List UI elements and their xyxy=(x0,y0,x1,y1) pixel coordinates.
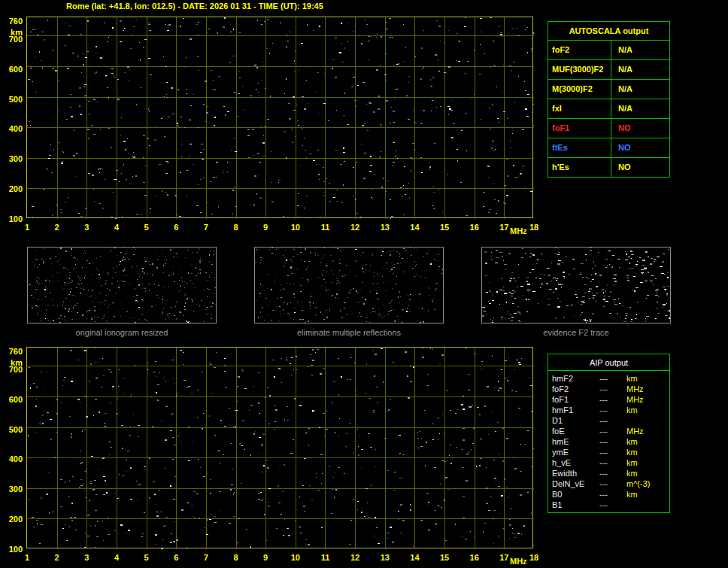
aip-param-unit: MHz xyxy=(626,384,644,394)
ionogram-bottom-x-tick: 5 xyxy=(144,553,149,562)
ionogram-top-x-tick: 7 xyxy=(204,223,208,232)
ionogram-top-x-tick: 13 xyxy=(381,223,390,232)
aip-table-body: hmF2---kmfoF2---MHzfoF1---MHzhmF1---kmD1… xyxy=(548,371,669,512)
thumbnail-2-canvas xyxy=(255,248,443,323)
ionogram-top-x-tick: 3 xyxy=(84,223,89,232)
autoscala-param-value: N/A xyxy=(611,60,632,79)
autoscala-param-label: foF2 xyxy=(548,41,611,59)
aip-param-label: ymE xyxy=(548,447,599,457)
ionogram-bottom-x-tick: 1 xyxy=(25,553,29,562)
ionogram-bottom-y-tick: 300 xyxy=(3,484,23,494)
aip-row: h_vE---km xyxy=(548,457,669,468)
ionogram-top-frame xyxy=(26,17,533,218)
aip-row: foE---MHz xyxy=(548,426,669,436)
ionogram-top-x-tick: 10 xyxy=(291,223,300,232)
ionogram-top-x-tick: 1 xyxy=(25,223,29,232)
aip-row: hmE---km xyxy=(548,436,669,447)
aip-param-value: --- xyxy=(599,384,626,394)
ionogram-bottom-y-tick: 200 xyxy=(3,515,23,524)
station-title: Rome (lat: +41.8, lon: 012.5) - DATE: 20… xyxy=(66,2,323,11)
ionogram-top-y-tick: 500 xyxy=(3,95,23,104)
ionogram-bottom-x-tick: 14 xyxy=(410,553,419,562)
aip-row: foF1---MHz xyxy=(548,394,669,405)
aip-param-label: DelN_vE xyxy=(548,478,599,489)
aip-param-value: --- xyxy=(599,478,626,489)
ionogram-top-y-tick: 300 xyxy=(3,154,23,163)
ionogram-top-x-tick: 18 xyxy=(529,223,538,232)
ionogram-top-x-tick: 16 xyxy=(470,223,479,232)
aip-param-value: --- xyxy=(599,373,626,384)
ionogram-bottom-y-tick: 600 xyxy=(3,395,23,404)
autoscala-row: foF2N/A xyxy=(548,41,669,60)
aip-param-label: hmE xyxy=(548,436,599,447)
aip-param-unit: MHz xyxy=(626,394,644,405)
autoscala-output-table: AUTOSCALA outputfoF2N/AMUF(3000)F2N/AM(3… xyxy=(548,21,670,178)
ionogram-bottom-y-tick: 100 xyxy=(3,545,23,554)
ionogram-bottom-x-tick: 2 xyxy=(55,553,59,562)
ionogram-top-x-tick: 11 xyxy=(321,223,330,232)
ionogram-top-x-tick: 17 xyxy=(499,223,508,232)
ionogram-bottom-frame xyxy=(26,347,533,548)
ionogram-bottom-y-unit-label: km xyxy=(3,358,23,367)
aip-param-label: D1 xyxy=(548,415,599,426)
autoscala-param-value: NO xyxy=(611,158,631,177)
autoscala-param-value: N/A xyxy=(611,41,632,59)
aip-row: DelN_vE---m^(-3) xyxy=(548,478,669,489)
autoscala-output-window: Rome (lat: +41.8, lon: 012.5) - DATE: 20… xyxy=(0,0,728,568)
ionogram-bottom-x-tick: 15 xyxy=(440,553,449,562)
autoscala-table-title: AUTOSCALA output xyxy=(548,22,669,41)
ionogram-bottom-x-tick: 13 xyxy=(381,553,390,562)
aip-param-label: B0 xyxy=(548,489,599,500)
ionogram-top-x-tick: 6 xyxy=(174,223,178,232)
ionogram-top-x-tick: 2 xyxy=(55,223,59,232)
ionogram-bottom-x-tick: 18 xyxy=(529,553,538,562)
ionogram-top-x-tick: 8 xyxy=(233,223,238,232)
aip-param-unit: km xyxy=(626,405,638,415)
aip-param-unit: km xyxy=(626,447,638,457)
autoscala-row: fxIN/A xyxy=(548,99,669,119)
aip-param-label: hmF1 xyxy=(548,405,599,415)
autoscala-param-label: MUF(3000)F2 xyxy=(548,60,611,79)
ionogram-bottom-y-tick: 400 xyxy=(3,454,23,463)
aip-param-label: foF1 xyxy=(548,394,599,405)
thumbnail-caption-3: evidence F2 trace xyxy=(543,328,608,337)
ionogram-bottom-x-tick: 17 xyxy=(499,553,508,562)
aip-param-label: h_vE xyxy=(548,457,599,468)
ionogram-top-y-tick: 400 xyxy=(3,124,23,133)
thumbnail-3 xyxy=(481,247,671,323)
autoscala-param-value: NO xyxy=(611,119,631,138)
autoscala-param-label: fxI xyxy=(548,99,611,118)
ionogram-bottom-x-tick: 7 xyxy=(204,553,208,562)
aip-param-unit: km xyxy=(626,457,638,468)
ionogram-top-x-tick: 9 xyxy=(263,223,268,232)
aip-param-label: foF2 xyxy=(548,384,599,394)
autoscala-param-label: ftEs xyxy=(548,138,611,157)
aip-param-value: --- xyxy=(599,394,626,405)
autoscala-row: ftEsNO xyxy=(548,138,669,158)
autoscala-param-label: foF1 xyxy=(548,119,611,138)
ionogram-bottom-y-tick: 760 xyxy=(3,347,23,356)
thumbnail-3-canvas xyxy=(482,248,670,323)
aip-param-label: foE xyxy=(548,426,599,436)
aip-param-unit: km xyxy=(626,373,638,384)
aip-param-value: --- xyxy=(599,415,626,426)
aip-param-unit: MHz xyxy=(626,426,644,436)
aip-row: B0---km xyxy=(548,489,669,500)
aip-param-value: --- xyxy=(599,457,626,468)
ionogram-top-x-tick: 12 xyxy=(350,223,359,232)
ionogram-top-x-tick: 15 xyxy=(440,223,449,232)
aip-param-unit: km xyxy=(626,468,638,478)
ionogram-bottom-x-unit-label: MHz xyxy=(510,557,527,566)
aip-row: hmF1---km xyxy=(548,405,669,415)
autoscala-row: h'EsNO xyxy=(548,158,669,177)
autoscala-param-value: N/A xyxy=(611,80,632,99)
thumbnail-caption-1: original ionogram resized xyxy=(76,328,168,337)
ionogram-bottom-x-tick: 4 xyxy=(114,553,119,562)
thumbnail-2 xyxy=(254,247,444,323)
aip-row: B1--- xyxy=(548,500,669,510)
aip-param-label: B1 xyxy=(548,500,599,510)
aip-row: foF2---MHz xyxy=(548,384,669,394)
aip-row: D1--- xyxy=(548,415,669,426)
aip-param-value: --- xyxy=(599,436,626,447)
autoscala-param-label: M(3000)F2 xyxy=(548,80,611,99)
